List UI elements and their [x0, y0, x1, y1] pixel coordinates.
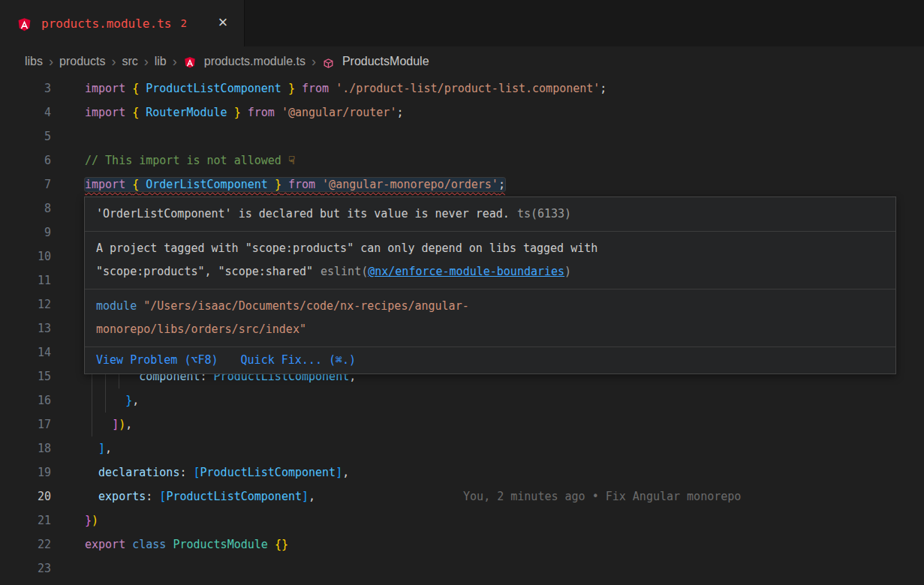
line-number: 19: [0, 460, 51, 484]
line-number: 13: [0, 316, 51, 340]
line-number: 5: [0, 124, 51, 148]
line-number: 7: [0, 172, 51, 196]
code-line-content: },: [85, 388, 924, 412]
line-number: 18: [0, 436, 51, 460]
ts-error-code: ts(6133): [517, 207, 571, 220]
line-number: 3: [0, 76, 51, 100]
code-line[interactable]: 21}): [0, 508, 924, 532]
code-line-content: import { ProductListComponent } from './…: [85, 76, 924, 100]
line-number: 17: [0, 412, 51, 436]
code-line-content: import { OrderListComponent } from '@ang…: [85, 172, 924, 196]
editor-tab[interactable]: products.module.ts 2 ×: [0, 0, 245, 46]
breadcrumb-item-symbol[interactable]: ProductsModule: [342, 55, 429, 68]
code-line[interactable]: 6// This import is not allowed ☟: [0, 148, 924, 172]
tab-close-icon[interactable]: ×: [214, 14, 232, 32]
line-number: 9: [0, 220, 51, 244]
line-number: 8: [0, 196, 51, 220]
quick-fix-action[interactable]: Quick Fix... (⌘.): [241, 349, 357, 372]
code-line-content: export class ProductsModule {}: [85, 532, 924, 556]
breadcrumb-item-libs[interactable]: libs: [25, 55, 43, 68]
inline-blame: You, 2 minutes ago • Fix Angular monorep…: [463, 490, 741, 503]
line-number: 4: [0, 100, 51, 124]
symbol-module-icon: [322, 57, 335, 70]
eslint-message-line1: A project tagged with "scope:products" c…: [96, 237, 884, 260]
breadcrumb-item-products[interactable]: products: [59, 55, 105, 68]
code-line[interactable]: 7import { OrderListComponent } from '@an…: [0, 172, 924, 196]
code-line[interactable]: 18 ],: [0, 436, 924, 460]
code-line[interactable]: 23: [0, 556, 924, 580]
breadcrumb: libs › products › src › lib › products.m…: [0, 46, 924, 76]
ts-error-message: 'OrderListComponent' is declared but its…: [96, 207, 510, 220]
breadcrumb-item-src[interactable]: src: [122, 55, 137, 68]
indent-guide: [105, 388, 106, 412]
code-line[interactable]: 19 declarations: [ProductListComponent],: [0, 460, 924, 484]
chevron-right-icon: ›: [49, 56, 53, 68]
hover-ts-diagnostic: 'OrderListComponent' is declared but its…: [85, 197, 895, 231]
chevron-right-icon: ›: [111, 56, 116, 68]
code-line[interactable]: 17 ]),: [0, 412, 924, 436]
eslint-source-prefix: eslint(: [321, 265, 368, 278]
chevron-right-icon: ›: [173, 56, 177, 68]
indent-guide: [92, 388, 92, 412]
line-number: 21: [0, 508, 51, 532]
eslint-source-suffix: ): [564, 265, 571, 278]
code-line-content: }): [85, 508, 924, 532]
eslint-message-scopes: "scope:products", "scope:shared": [96, 265, 313, 278]
code-line-content: exports: [ProductListComponent],You, 2 m…: [85, 484, 924, 508]
module-path-line1: "/Users/isaac/Documents/code/nx-recipes/…: [137, 299, 469, 313]
hover-actions: View Problem (⌥F8) Quick Fix... (⌘.): [85, 346, 895, 374]
code-line[interactable]: 4import { RouterModule } from '@angular/…: [0, 100, 924, 124]
module-path-line2: monorepo/libs/orders/src/index": [96, 322, 306, 336]
line-number: 14: [0, 340, 51, 364]
line-number: 11: [0, 268, 51, 292]
code-line[interactable]: 5: [0, 124, 924, 148]
line-number: 10: [0, 244, 51, 268]
code-line[interactable]: 3import { ProductListComponent } from '.…: [0, 76, 924, 100]
eslint-message-line2: "scope:products", "scope:shared"eslint(@…: [96, 260, 884, 284]
indent-guide: [92, 412, 92, 436]
error-statement-highlight[interactable]: import { OrderListComponent } from '@ang…: [85, 178, 505, 191]
code-line-content: declarations: [ProductListComponent],: [85, 460, 924, 484]
eslint-rule-link[interactable]: @nx/enforce-module-boundaries: [368, 265, 564, 278]
chevron-right-icon: ›: [144, 56, 149, 68]
line-number: 16: [0, 388, 51, 412]
tab-problems-badge: 2: [180, 17, 186, 29]
hover-module-info: module "/Users/isaac/Documents/code/nx-r…: [85, 289, 895, 346]
hover-popup: 'OrderListComponent' is declared but its…: [84, 196, 896, 374]
angular-icon: [17, 17, 32, 33]
line-number: 23: [0, 556, 51, 580]
code-line[interactable]: 20 exports: [ProductListComponent],You, …: [0, 484, 924, 508]
line-number: 6: [0, 148, 51, 172]
chevron-right-icon: ›: [312, 56, 316, 68]
code-line[interactable]: 22export class ProductsModule {}: [0, 532, 924, 556]
line-number: 12: [0, 292, 51, 316]
breadcrumb-item-file[interactable]: products.module.ts: [204, 55, 305, 68]
angular-icon: [183, 56, 197, 70]
code-line-content: ],: [85, 436, 924, 460]
line-number: 15: [0, 364, 51, 388]
breadcrumb-item-lib[interactable]: lib: [155, 55, 167, 68]
hover-eslint-diagnostic: A project tagged with "scope:products" c…: [85, 231, 895, 289]
line-number: 20: [0, 484, 51, 508]
line-number: 22: [0, 532, 51, 556]
module-keyword: module: [96, 299, 137, 313]
tab-title: products.module.ts: [41, 16, 171, 31]
view-problem-action[interactable]: View Problem (⌥F8): [96, 349, 218, 372]
code-line-content: import { RouterModule } from '@angular/r…: [85, 100, 924, 124]
code-line-content: ]),: [85, 412, 924, 436]
code-line-content: // This import is not allowed ☟: [85, 148, 924, 172]
code-line[interactable]: 16 },: [0, 388, 924, 412]
tab-bar: products.module.ts 2 ×: [0, 0, 924, 46]
